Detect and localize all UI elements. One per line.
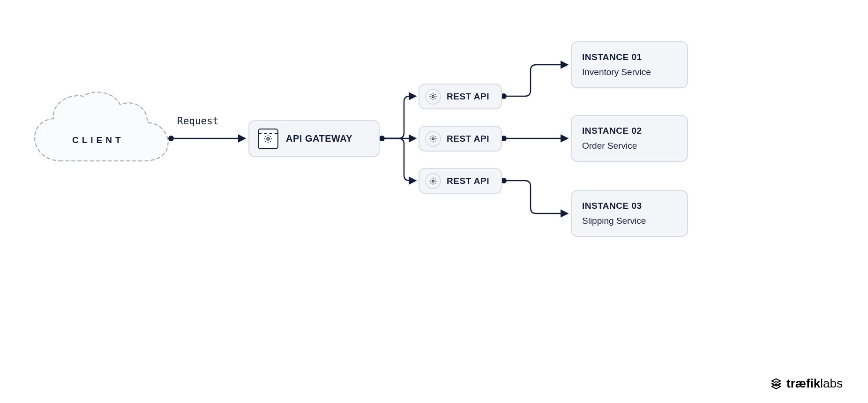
api-gateway-label: API GATEWAY — [286, 133, 352, 144]
svg-point-2 — [379, 136, 385, 141]
instance-node-3: INSTANCE 03 Slipping Service — [571, 190, 688, 237]
gear-icon — [425, 131, 441, 147]
instance-subtitle: Slipping Service — [582, 216, 646, 226]
instance-subtitle: Inventory Service — [582, 67, 651, 77]
traefiklabs-logo: træfiklabs — [770, 376, 843, 391]
rest-api-label: REST API — [447, 134, 489, 144]
svg-point-8 — [267, 137, 269, 140]
instance-title: INSTANCE 02 — [582, 126, 642, 136]
instance-node-1: INSTANCE 01 Inventory Service — [571, 41, 688, 88]
svg-point-11 — [432, 180, 434, 182]
logo-text-thin: labs — [820, 376, 843, 390]
rest-api-label: REST API — [447, 176, 489, 186]
rest-api-node-1: REST API — [419, 84, 502, 109]
instance-node-2: INSTANCE 02 Order Service — [571, 115, 688, 162]
instance-title: INSTANCE 03 — [582, 201, 642, 211]
request-label: Request — [177, 115, 219, 127]
gear-icon — [425, 173, 441, 189]
instance-subtitle: Order Service — [582, 141, 637, 151]
client-label: CLIENT — [72, 135, 124, 145]
rest-api-node-2: REST API — [419, 126, 502, 152]
logo-text-bold: træfik — [786, 376, 820, 390]
application-window-icon — [258, 129, 278, 149]
api-gateway-node: API GATEWAY — [248, 120, 380, 157]
client-cloud — [32, 91, 172, 170]
gear-icon — [425, 89, 441, 105]
rest-api-node-3: REST API — [419, 168, 502, 194]
rest-api-label: REST API — [447, 91, 489, 102]
diagram-canvas: CLIENT Request API GATEWAY REST API — [0, 0, 868, 403]
svg-point-10 — [432, 137, 434, 140]
instance-title: INSTANCE 01 — [582, 52, 642, 62]
connectors — [0, 0, 868, 403]
svg-point-9 — [432, 95, 434, 98]
logo-icon — [770, 377, 783, 390]
logo-text: træfiklabs — [786, 376, 843, 391]
